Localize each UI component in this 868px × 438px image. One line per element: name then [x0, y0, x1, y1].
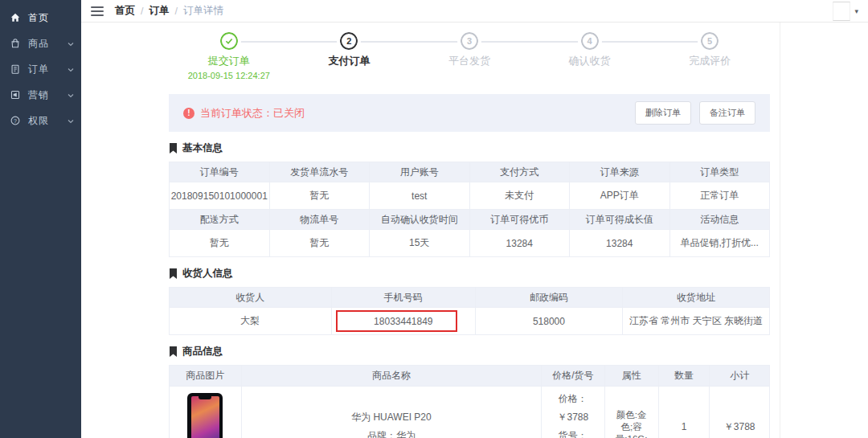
sidebar-item-label: 首页: [28, 11, 75, 25]
step-pay-order: 2 支付订单: [289, 32, 410, 80]
note-order-button[interactable]: 备注订单: [699, 101, 755, 125]
step-submit-order: 提交订单 2018-09-15 12:24:27: [169, 32, 289, 80]
product-subtotal-cell: ￥3788: [710, 387, 770, 438]
column-header: 小计: [710, 366, 770, 387]
column-header: 订单编号: [170, 162, 270, 182]
product-attrs-cell: 颜色:金色;容量:16G;: [604, 387, 658, 438]
order-steps: 提交订单 2018-09-15 12:24:27 2 支付订单 3 平台发货 4…: [169, 23, 770, 88]
product-qty-cell: 1: [658, 387, 709, 438]
product-brand: 品牌：华为: [245, 427, 538, 438]
breadcrumb: 首页 / 订单 / 订单详情: [115, 4, 223, 18]
step-number: 3: [461, 32, 478, 50]
step-platform-ship: 3 平台发货: [409, 32, 530, 80]
section-title: 收货人信息: [182, 267, 233, 280]
receiver-name-cell: 大梨: [170, 308, 332, 335]
caret-down-icon[interactable]: ▾: [854, 7, 858, 15]
sidebar-item-label: 权限: [28, 114, 67, 128]
column-header: 数量: [658, 366, 709, 387]
breadcrumb-home[interactable]: 首页: [115, 4, 135, 18]
order-source-cell: APP订单: [570, 182, 670, 210]
column-header: 配送方式: [170, 210, 270, 230]
payment-method-cell: 未支付: [469, 182, 570, 210]
sidebar-item-orders[interactable]: 订单: [0, 56, 81, 82]
column-header: 订单可得优币: [469, 210, 570, 230]
order-coins-cell: 13284: [469, 230, 570, 257]
basic-info-title-wrap: 基本信息: [169, 141, 770, 155]
content-right-divider: [780, 23, 780, 438]
table-row: 大梨 18033441849 518000 江苏省 常州市 天宁区 东晓街道: [170, 308, 770, 335]
receiver-address-cell: 江苏省 常州市 天宁区 东晓街道: [622, 308, 769, 335]
sidebar: 首页 商品 订单 营销: [0, 0, 81, 438]
breadcrumb-current: 订单详情: [183, 4, 223, 18]
svg-text:?: ?: [14, 118, 17, 124]
topbar-right: ▾: [833, 2, 858, 21]
hamburger-icon[interactable]: [91, 6, 104, 16]
goods-info-title-wrap: 商品信息: [169, 345, 770, 358]
column-header: 商品图片: [170, 366, 242, 387]
breadcrumb-orders[interactable]: 订单: [149, 4, 169, 18]
column-header: 属性: [604, 366, 658, 387]
permissions-icon: ?: [10, 115, 21, 126]
section-title: 基本信息: [182, 141, 223, 155]
orders-icon: [10, 63, 21, 75]
sidebar-item-home[interactable]: 首页: [0, 5, 81, 31]
column-header: 收货人: [170, 288, 332, 308]
huawei-p20-image: [187, 393, 223, 438]
receiver-info-table: 收货人 手机号码 邮政编码 收货地址 大梨 18033441849 518000…: [169, 287, 770, 335]
shipping-serial-cell: 暂无: [269, 182, 370, 210]
avatar[interactable]: [833, 2, 850, 21]
chevron-down-icon: [67, 65, 75, 73]
chevron-down-icon: [67, 91, 75, 99]
step-number: 4: [581, 32, 599, 50]
step-label: 完成评价: [649, 54, 770, 68]
price-sku-cell: 价格：￥3788 货号：6946605: [542, 387, 604, 438]
column-header: 订单可得成长值: [570, 210, 670, 230]
order-status-text-wrap: ! 当前订单状态：已关闭: [183, 106, 305, 121]
marketing-icon: [10, 89, 21, 100]
column-header: 自动确认收货时间: [370, 210, 470, 230]
column-header: 手机号码: [331, 288, 475, 308]
order-growth-cell: 13284: [570, 230, 670, 257]
column-header: 订单类型: [669, 162, 770, 182]
delete-order-button[interactable]: 删除订单: [635, 101, 691, 125]
goods-table: 商品图片 商品名称 价格/货号 属性 数量 小计 华为 HUAWEI P20 品…: [169, 365, 770, 438]
column-header: 邮政编码: [475, 288, 622, 308]
sidebar-item-marketing[interactable]: 营销: [0, 82, 81, 108]
warning-icon: !: [183, 108, 194, 119]
breadcrumb-separator: /: [141, 6, 143, 17]
auto-confirm-time-cell: 15天: [370, 230, 470, 257]
column-header: 用户账号: [370, 162, 470, 182]
sidebar-item-label: 营销: [28, 88, 67, 102]
chevron-down-icon: [67, 39, 75, 47]
home-icon: [10, 12, 21, 23]
product-name-cell: 华为 HUAWEI P20 品牌：华为: [241, 387, 542, 438]
section-title: 商品信息: [182, 345, 223, 358]
order-detail-page: 提交订单 2018-09-15 12:24:27 2 支付订单 3 平台发货 4…: [169, 23, 770, 438]
step-number: 5: [701, 32, 719, 50]
receiver-phone-value: 18033441849: [374, 316, 432, 327]
step-timestamp: 2018-09-15 12:24:27: [169, 71, 289, 80]
activity-info-cell: 单品促销,打折优...: [669, 230, 770, 257]
step-finish-review: 5 完成评价: [649, 32, 770, 80]
column-header: 支付方式: [469, 162, 570, 182]
step-check-icon: [220, 32, 238, 50]
column-header: 订单来源: [570, 162, 670, 182]
breadcrumb-separator: /: [174, 6, 177, 17]
order-detail-app: 首页 商品 订单 营销: [0, 0, 868, 438]
user-account-cell: test: [370, 182, 470, 210]
bookmark-icon: [169, 268, 178, 279]
step-label: 确认收货: [530, 54, 650, 68]
sidebar-item-permissions[interactable]: ? 权限: [0, 108, 81, 133]
column-header: 商品名称: [241, 366, 542, 387]
main-area: 首页 / 订单 / 订单详情 ▾ 提交订单: [81, 0, 868, 438]
column-header: 收货地址: [622, 288, 769, 308]
sidebar-item-label: 订单: [28, 63, 67, 76]
step-label: 提交订单: [169, 54, 289, 68]
product-image-cell: [170, 387, 242, 438]
bookmark-icon: [169, 143, 178, 154]
goods-icon: [10, 38, 21, 49]
receiver-phone-cell: 18033441849: [331, 308, 475, 335]
product-price: 价格：￥3788: [545, 390, 600, 427]
sidebar-item-goods[interactable]: 商品: [0, 31, 81, 56]
column-header: 发货单流水号: [269, 162, 370, 182]
